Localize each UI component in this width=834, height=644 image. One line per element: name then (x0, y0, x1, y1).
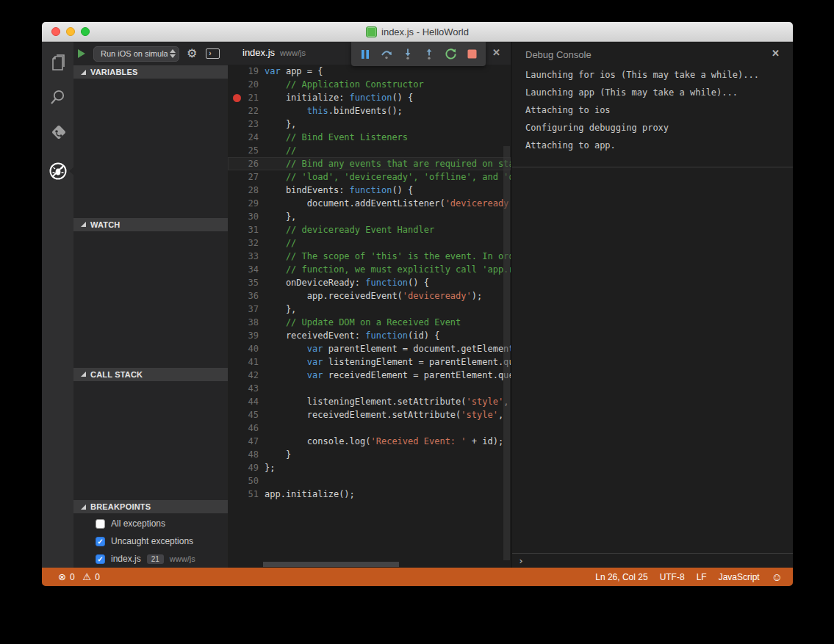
line-number[interactable]: 32 (228, 236, 259, 250)
call-stack-section-header[interactable]: CALL STACK (73, 368, 228, 381)
line-number[interactable]: 23 (228, 117, 259, 131)
code-line-39[interactable]: 39 receivedEvent: function(id) { (228, 329, 511, 342)
code-line-36[interactable]: 36 app.receivedEvent('deviceready'); (228, 289, 511, 303)
code-line-22[interactable]: 22 this.bindEvents(); (228, 104, 511, 117)
line-number[interactable]: 46 (228, 422, 259, 435)
stop-button[interactable] (464, 47, 479, 62)
line-number[interactable]: 41 (228, 355, 259, 369)
line-number[interactable]: 20 (228, 78, 259, 91)
code-line-35[interactable]: 35 onDeviceReady: function() { (228, 276, 511, 289)
code-line-41[interactable]: 41 var listeningElement = parentElement.… (228, 355, 511, 369)
code-line-30[interactable]: 30 }, (228, 210, 511, 223)
code-line-19[interactable]: 19var app = { (228, 65, 511, 78)
cursor-position[interactable]: Ln 26, Col 25 (595, 572, 647, 582)
horizontal-scrollbar[interactable] (263, 562, 399, 567)
code-line-48[interactable]: 48 } (228, 448, 511, 461)
step-into-button[interactable] (400, 47, 415, 62)
code-line-20[interactable]: 20 // Application Constructor (228, 78, 511, 91)
code-line-24[interactable]: 24 // Bind Event Listeners (228, 131, 511, 144)
line-number[interactable]: 25 (228, 144, 259, 157)
checkbox-checked[interactable]: ✓ (96, 537, 105, 546)
line-number[interactable]: 19 (228, 65, 259, 78)
breakpoint-item[interactable]: ✓index.js21www/js (73, 550, 228, 568)
line-number[interactable]: 31 (228, 223, 259, 236)
step-out-button[interactable] (422, 47, 436, 62)
variables-section-header[interactable]: VARIABLES (73, 65, 228, 79)
breakpoint-item[interactable]: All exceptions (73, 515, 228, 532)
code-line-46[interactable]: 46 (228, 422, 511, 435)
line-number[interactable]: 37 (228, 303, 259, 316)
line-number[interactable]: 43 (228, 382, 259, 395)
pause-button[interactable] (358, 47, 373, 62)
open-console-button[interactable]: › (206, 48, 220, 59)
feedback-smiley-icon[interactable]: ☺ (772, 571, 783, 582)
code-line-40[interactable]: 40 var parentElement = document.getEleme… (228, 342, 511, 355)
code-line-38[interactable]: 38 // Update DOM on a Received Event (228, 316, 511, 329)
code-line-29[interactable]: 29 document.addEventListener('deviceread… (228, 197, 511, 210)
restart-button[interactable] (443, 47, 458, 62)
code-line-34[interactable]: 34 // function, we must explicitly call … (228, 263, 511, 276)
code-line-42[interactable]: 42 var receivedElement = parentElement.q… (228, 369, 511, 382)
code-line-51[interactable]: 51app.initialize(); (228, 488, 511, 501)
configure-gear-button[interactable]: ⚙ (187, 48, 197, 59)
line-number[interactable]: 29 (228, 197, 259, 210)
warnings-count[interactable]: 0 (95, 572, 100, 582)
breakpoint-item[interactable]: ✓Uncaught exceptions (73, 532, 228, 550)
code-line-27[interactable]: 27 // 'load', 'deviceready', 'offline', … (228, 170, 511, 184)
tab-index-js[interactable]: index.jswww/js (242, 47, 306, 58)
sidebar-item-explorer[interactable] (42, 48, 73, 80)
code-line-43[interactable]: 43 (228, 382, 511, 395)
line-number[interactable]: 39 (228, 329, 259, 342)
language-mode[interactable]: JavaScript (719, 572, 760, 582)
code-line-31[interactable]: 31 // deviceready Event Handler (228, 223, 511, 236)
line-number[interactable]: 36 (228, 289, 259, 303)
eol-indicator[interactable]: LF (697, 572, 707, 582)
line-number[interactable]: 42 (228, 369, 259, 382)
code-area[interactable]: 19var app = {20 // Application Construct… (228, 65, 511, 568)
line-number[interactable]: 50 (228, 474, 259, 488)
checkbox-checked[interactable]: ✓ (96, 554, 105, 564)
line-number[interactable]: 34 (228, 263, 259, 276)
start-debug-button[interactable] (78, 49, 85, 58)
line-number[interactable]: 24 (228, 131, 259, 144)
sidebar-item-git[interactable] (42, 118, 73, 151)
errors-count[interactable]: 0 (70, 572, 75, 582)
breakpoints-section-header[interactable]: BREAKPOINTS (73, 500, 228, 513)
code-line-49[interactable]: 49}; (228, 461, 511, 474)
close-editor-button[interactable]: ✕ (492, 47, 500, 58)
debug-config-dropdown[interactable]: Run iOS on simula (93, 46, 179, 62)
code-line-33[interactable]: 33 // The scope of 'this' is the event. … (228, 250, 511, 263)
line-number[interactable]: 28 (228, 184, 259, 197)
code-line-23[interactable]: 23 }, (228, 117, 511, 131)
step-over-button[interactable] (379, 47, 394, 62)
line-number[interactable]: 47 (228, 435, 259, 448)
line-number[interactable]: 49 (228, 461, 259, 474)
encoding[interactable]: UTF-8 (660, 572, 685, 582)
code-line-21[interactable]: 21 initialize: function() { (228, 91, 511, 104)
code-line-45[interactable]: 45 receivedElement.setAttribute('style', (228, 408, 511, 422)
line-number[interactable]: 48 (228, 448, 259, 461)
line-number[interactable]: 44 (228, 395, 259, 408)
watch-section-header[interactable]: WATCH (73, 218, 228, 231)
checkbox-unchecked[interactable] (96, 519, 105, 529)
sidebar-item-search[interactable] (42, 82, 73, 114)
line-number[interactable]: 35 (228, 276, 259, 289)
line-number[interactable]: 22 (228, 104, 259, 117)
code-line-37[interactable]: 37 }, (228, 303, 511, 316)
code-line-26[interactable]: 26 // Bind any events that are required … (228, 157, 511, 170)
line-number[interactable]: 30 (228, 210, 259, 223)
code-line-50[interactable]: 50 (228, 474, 511, 488)
line-number[interactable]: 45 (228, 408, 259, 422)
line-number[interactable]: 27 (228, 170, 259, 184)
line-number[interactable]: 40 (228, 342, 259, 355)
close-panel-button[interactable]: ✕ (772, 48, 780, 59)
vertical-scrollbar[interactable] (503, 146, 510, 560)
repl-input-row[interactable]: › (512, 553, 793, 568)
code-line-28[interactable]: 28 bindEvents: function() { (228, 184, 511, 197)
code-line-47[interactable]: 47 console.log('Received Event: ' + id); (228, 435, 511, 448)
code-line-25[interactable]: 25 // (228, 144, 511, 157)
line-number[interactable]: 26 (228, 157, 259, 170)
line-number[interactable]: 38 (228, 316, 259, 329)
line-number[interactable]: 21 (228, 91, 259, 104)
line-number[interactable]: 51 (228, 488, 259, 501)
